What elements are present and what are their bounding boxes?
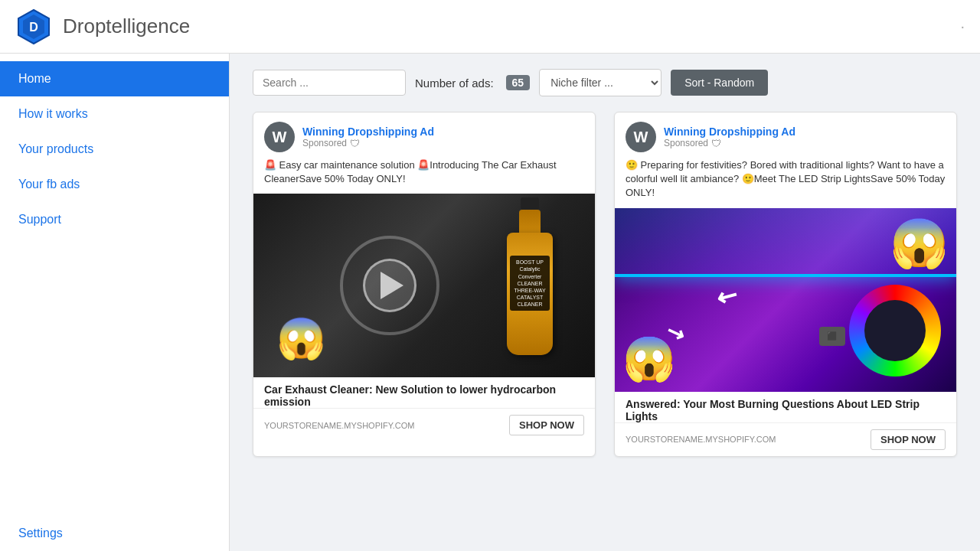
led-adapter: ⬛	[819, 327, 845, 346]
ad-card-1-meta: Winning Dropshipping Ad Sponsored 🛡	[302, 126, 584, 149]
led-bg: 😱 😱 ↙ ↘ ⬛	[615, 208, 956, 392]
ad-card-2-header: W Winning Dropshipping Ad Sponsored 🛡	[615, 112, 956, 158]
bottle-cap	[521, 197, 539, 210]
ad-card-2-text: 🙂 Preparing for festivities? Bored with …	[615, 158, 956, 208]
shop-now-button-1[interactable]: SHOP NOW	[509, 415, 584, 435]
ad-card-2-image: 😱 😱 ↙ ↘ ⬛	[615, 208, 956, 392]
bottle-neck	[519, 210, 541, 233]
shop-now-button-2[interactable]: SHOP NOW	[871, 429, 946, 450]
ad-card-2-footer: YOURSTORENAME.MYSHOPIFY.COM SHOP NOW	[615, 422, 956, 456]
ad-card-1-sponsored: Sponsored 🛡	[302, 138, 584, 149]
header-dot: ·	[960, 18, 965, 35]
ad-card-2-store-url: YOURSTORENAME.MYSHOPIFY.COM	[626, 435, 776, 444]
svg-text:D: D	[29, 21, 38, 34]
ad-card-1-store-url: YOURSTORENAME.MYSHOPIFY.COM	[264, 421, 414, 430]
sort-random-button[interactable]: Sort - Random	[671, 70, 768, 96]
ads-count-label: Number of ads:	[415, 77, 494, 90]
product-bottle: BOOST UP Catalytic Converter CLEANER THR…	[507, 197, 553, 355]
niche-filter-select[interactable]: Niche filter ... All niches Auto Home El…	[539, 69, 662, 96]
play-button[interactable]	[363, 259, 416, 312]
bottle-label: BOOST UP Catalytic Converter CLEANER THR…	[510, 256, 550, 311]
ad-card-1-avatar: W	[264, 122, 295, 152]
app-layout: Home How it works Your products Your fb …	[0, 54, 980, 551]
sponsored-icon: 🛡	[350, 138, 360, 149]
sidebar-spacer	[0, 237, 229, 516]
white-arrow-1: ↙	[711, 278, 743, 313]
ad-card-1-title: Winning Dropshipping Ad	[302, 126, 584, 138]
ad-card-2-title: Winning Dropshipping Ad	[664, 126, 946, 138]
sidebar: Home How it works Your products Your fb …	[0, 54, 230, 551]
shocked-emoji-1: 😱	[890, 216, 949, 271]
search-input[interactable]	[253, 70, 406, 96]
ad-card-2-sponsored: Sponsored 🛡	[664, 138, 946, 149]
ads-grid: W Winning Dropshipping Ad Sponsored 🛡 🚨 …	[253, 112, 957, 457]
ad-card-1: W Winning Dropshipping Ad Sponsored 🛡 🚨 …	[253, 112, 596, 457]
led-strip-inner	[864, 300, 926, 361]
bottle-body: BOOST UP Catalytic Converter CLEANER THR…	[507, 233, 553, 355]
main-content: Number of ads: 65 Niche filter ... All n…	[230, 54, 980, 551]
sidebar-item-settings[interactable]: Settings	[0, 516, 229, 551]
ad-card-1-text: 🚨 Easy car maintenance solution 🚨Introdu…	[253, 158, 595, 194]
ad-card-2-meta: Winning Dropshipping Ad Sponsored 🛡	[664, 126, 946, 149]
ad-card-1-desc: Car Exhaust Cleaner: New Solution to low…	[253, 377, 595, 408]
header: D Droptelligence ·	[0, 0, 980, 54]
toolbar: Number of ads: 65 Niche filter ... All n…	[253, 69, 957, 96]
ad-card-1-footer: YOURSTORENAME.MYSHOPIFY.COM SHOP NOW	[253, 408, 595, 442]
ad-card-2-avatar: W	[626, 122, 656, 152]
app-logo-icon: D	[15, 8, 52, 45]
sponsored-icon-2: 🛡	[711, 138, 721, 149]
ad-card-1-product-title: Car Exhaust Cleaner: New Solution to low…	[264, 383, 584, 408]
led-strip-circle	[849, 285, 941, 377]
ad-card-2-product-title: Answered: Your Most Burning Questions Ab…	[626, 398, 946, 422]
app-title: Droptelligence	[63, 15, 190, 38]
ad-card-1-header: W Winning Dropshipping Ad Sponsored 🛡	[253, 112, 595, 158]
sidebar-item-your-fb-ads[interactable]: Your fb ads	[0, 167, 229, 202]
sidebar-item-home[interactable]: Home	[0, 61, 229, 96]
ad-card-1-image: BOOST UP Catalytic Converter CLEANER THR…	[253, 194, 595, 377]
sidebar-item-support[interactable]: Support	[0, 202, 229, 237]
play-triangle-icon	[381, 272, 403, 299]
car-exhaust-bg: BOOST UP Catalytic Converter CLEANER THR…	[253, 194, 595, 377]
sidebar-item-how-it-works[interactable]: How it works	[0, 96, 229, 132]
ad-card-2: W Winning Dropshipping Ad Sponsored 🛡 🙂 …	[614, 112, 957, 457]
sidebar-item-your-products[interactable]: Your products	[0, 132, 229, 167]
ad-card-2-desc: Answered: Your Most Burning Questions Ab…	[615, 392, 956, 422]
scared-emoji: 😱	[276, 315, 326, 362]
ads-count-badge: 65	[506, 75, 531, 90]
